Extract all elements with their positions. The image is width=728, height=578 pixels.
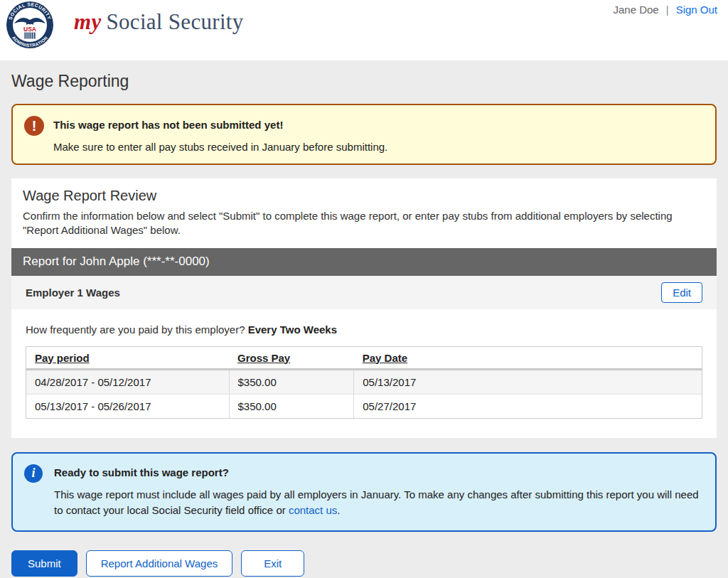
site-header: SOCIAL SECURITY ADMINISTRATION USA mySoc… — [0, 0, 728, 60]
report-for-banner: Report for John Apple (***-**-0000) — [11, 248, 717, 276]
exit-button[interactable]: Exit — [241, 550, 304, 577]
sign-out-link[interactable]: Sign Out — [676, 4, 717, 16]
brand-wordmark: mySocial Security — [74, 9, 244, 35]
card-head: Wage Report Review Confirm the informati… — [11, 178, 717, 238]
warning-exclamation-icon: ! — [24, 116, 44, 136]
card-title: Wage Report Review — [23, 188, 705, 204]
pay-frequency-question: How frequently are you paid by this empl… — [26, 323, 248, 336]
table-row: 05/13/2017 - 05/26/2017 $350.00 05/27/20… — [26, 394, 702, 418]
table-header-row: Pay period Gross Pay Pay Date — [26, 347, 702, 370]
pay-stub-table: Pay period Gross Pay Pay Date 04/28/2017… — [26, 347, 702, 418]
page-title: Wage Reporting — [11, 72, 717, 91]
info-body: This wage report must include all wages … — [54, 487, 704, 519]
info-text: Ready to submit this wage report? This w… — [54, 462, 704, 519]
user-name: Jane Doe — [614, 4, 659, 16]
cell-pay-date: 05/27/2017 — [354, 394, 702, 418]
pay-stub-table-wrapper: Pay period Gross Pay Pay Date 04/28/2017… — [26, 346, 702, 419]
ssa-seal-logo: SOCIAL SECURITY ADMINISTRATION USA — [6, 1, 53, 48]
edit-button[interactable]: Edit — [661, 282, 702, 303]
cell-pay-date: 05/13/2017 — [354, 369, 702, 394]
card-description: Confirm the information below and select… — [23, 209, 705, 238]
unsubmitted-warning-callout: ! This wage report has not been submitte… — [11, 104, 717, 165]
col-header-gross-pay: Gross Pay — [229, 347, 354, 370]
cell-gross-pay: $350.00 — [229, 394, 354, 418]
warning-body: Make sure to enter all pay stubs receive… — [53, 141, 387, 153]
user-area: Jane Doe | Sign Out — [614, 4, 718, 16]
employer-label: Employer 1 Wages — [26, 287, 120, 299]
cell-pay-period: 05/13/2017 - 05/26/2017 — [26, 394, 229, 418]
cell-pay-period: 04/28/2017 - 05/12/2017 — [26, 369, 229, 394]
submit-button[interactable]: Submit — [11, 550, 77, 577]
info-icon: i — [24, 464, 43, 483]
contact-us-link[interactable]: contact us — [289, 504, 337, 516]
info-title: Ready to submit this wage report? — [54, 466, 704, 478]
col-header-pay-period: Pay period — [26, 347, 229, 370]
warning-text: This wage report has not been submitted … — [53, 114, 387, 153]
wage-report-review-card: Wage Report Review Confirm the informati… — [11, 178, 717, 438]
action-buttons: Submit Report Additional Wages Exit — [11, 550, 717, 577]
pay-frequency-answer: Every Two Weeks — [248, 323, 337, 336]
info-body-period: . — [337, 504, 340, 516]
brand-social-security: Social Security — [106, 9, 243, 34]
brand-my: my — [74, 9, 101, 34]
separator: | — [666, 4, 669, 16]
info-body-text: This wage report must include all wages … — [54, 488, 699, 517]
table-row: 04/28/2017 - 05/12/2017 $350.00 05/13/20… — [26, 369, 702, 394]
ready-to-submit-info-callout: i Ready to submit this wage report? This… — [11, 452, 717, 532]
svg-text:USA: USA — [23, 26, 36, 33]
warning-title: This wage report has not been submitted … — [53, 119, 387, 131]
report-additional-wages-button[interactable]: Report Additional Wages — [86, 550, 233, 577]
cell-gross-pay: $350.00 — [229, 369, 354, 394]
page-content: Wage Reporting ! This wage report has no… — [0, 72, 728, 577]
col-header-pay-date: Pay Date — [354, 347, 702, 370]
employer-section-header: Employer 1 Wages Edit — [11, 276, 717, 309]
pay-frequency-line: How frequently are you paid by this empl… — [11, 309, 717, 336]
